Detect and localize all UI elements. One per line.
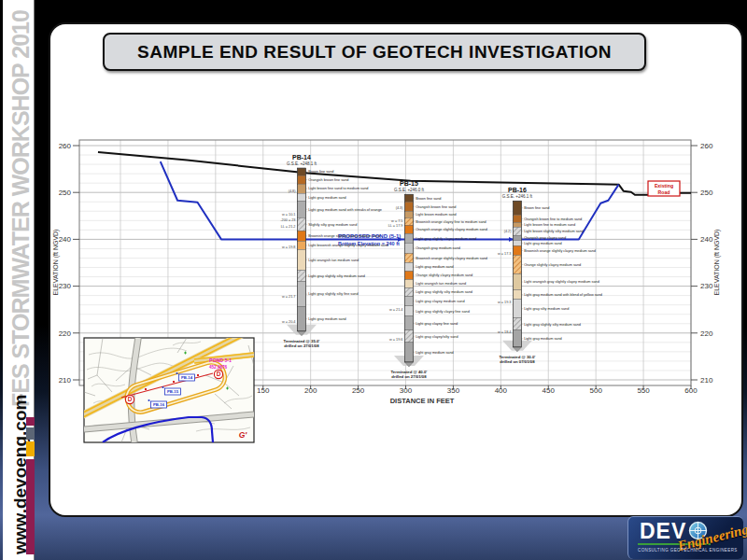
- slide-title-banner: SAMPLE END RESULT OF GEOTECH INVESTIGATI…: [103, 33, 646, 71]
- accent-block-2: [26, 427, 35, 440]
- logo-tagline: CONSULTING GEOTECHNICAL ENGINEERS: [638, 548, 738, 553]
- workshop-title-vertical: FES STORMWATER WORKSHOP 2010: [7, 10, 35, 407]
- slide-title: SAMPLE END RESULT OF GEOTECH INVESTIGATI…: [137, 42, 612, 63]
- sidebar: FES STORMWATER WORKSHOP 2010 www.devoeng…: [3, 0, 35, 560]
- devo-logo: DEV Engineering CONSULTING GEOTECHNICAL …: [627, 516, 743, 559]
- accent-block-1: [26, 417, 35, 426]
- accent-block-3: [26, 441, 35, 456]
- accent-block-4: [26, 459, 35, 554]
- slide-canvas: [49, 22, 743, 517]
